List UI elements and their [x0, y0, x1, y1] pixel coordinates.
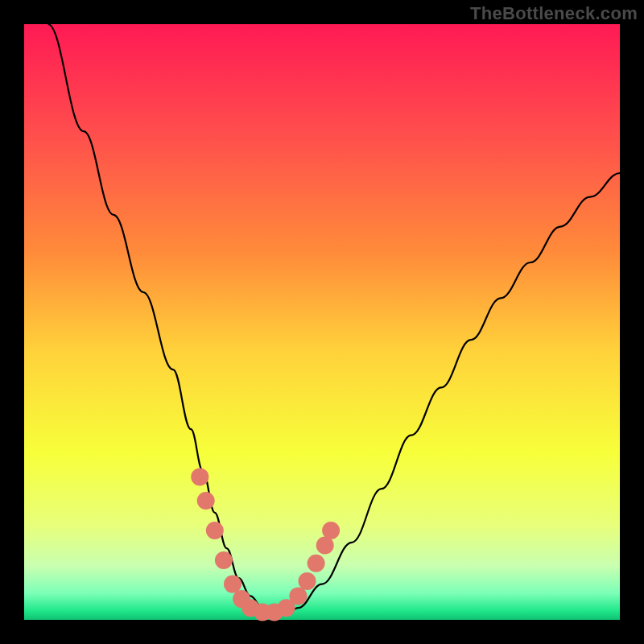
highlight-dot	[215, 551, 233, 569]
highlight-dot	[206, 522, 224, 539]
highlight-dot	[322, 522, 340, 539]
highlight-dot	[308, 555, 325, 572]
highlight-dot	[191, 468, 208, 485]
highlight-dot	[197, 492, 215, 510]
highlight-dot	[289, 587, 307, 605]
highlight-dot	[299, 572, 316, 590]
chart-svg	[0, 0, 644, 644]
chart-container: TheBottleneck.com	[0, 0, 644, 644]
plot-background	[24, 24, 620, 620]
highlight-dot	[224, 576, 242, 593]
